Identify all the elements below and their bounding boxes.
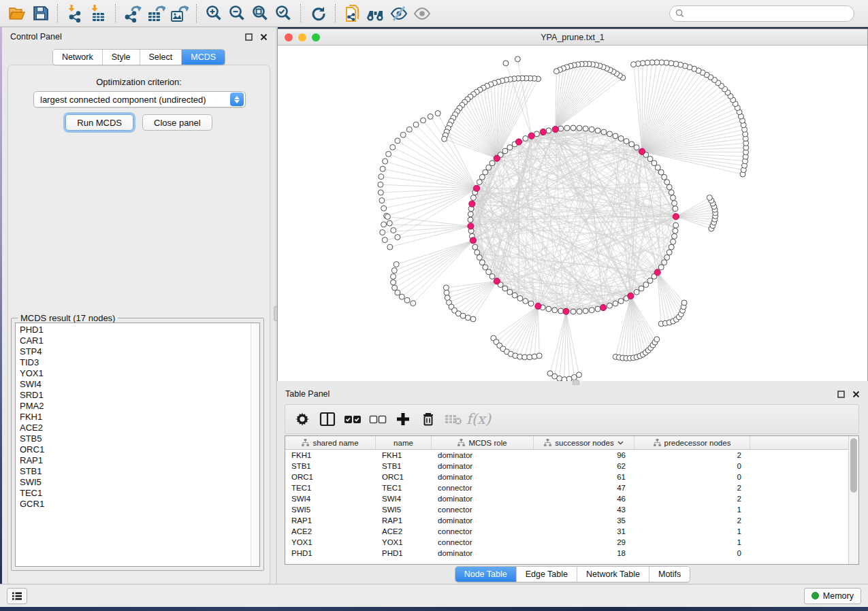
- mcds-result-item[interactable]: STP4: [20, 346, 251, 357]
- table-cell[interactable]: STB1: [376, 461, 432, 472]
- tab-motifs[interactable]: Motifs: [649, 567, 690, 582]
- table-cell[interactable]: dominator: [432, 515, 534, 526]
- mcds-list-scrollbar[interactable]: [251, 323, 259, 566]
- zoom-fit-icon[interactable]: [248, 3, 272, 24]
- mcds-result-item[interactable]: TID3: [20, 357, 251, 368]
- mcds-result-item[interactable]: SRD1: [20, 390, 251, 401]
- show-panel-menu-button[interactable]: [7, 588, 27, 604]
- table-cell[interactable]: SWI5: [285, 504, 376, 515]
- table-row[interactable]: TEC1TEC1connector472: [285, 482, 848, 493]
- table-cell[interactable]: connector: [432, 504, 534, 515]
- toggle-split-view-icon[interactable]: [317, 409, 338, 429]
- import-table-icon[interactable]: [86, 3, 110, 24]
- column-header-name[interactable]: name: [376, 436, 432, 449]
- save-session-icon[interactable]: [29, 3, 52, 24]
- table-cell[interactable]: 1: [634, 526, 750, 537]
- table-cell[interactable]: 43: [534, 504, 634, 515]
- table-cell[interactable]: 2: [634, 515, 750, 526]
- tab-select[interactable]: Select: [140, 50, 182, 65]
- close-panel-icon[interactable]: [852, 390, 860, 398]
- table-cell[interactable]: connector: [432, 526, 534, 537]
- table-cell[interactable]: YOX1: [376, 537, 432, 548]
- export-table-icon[interactable]: [144, 3, 167, 24]
- tab-mcds[interactable]: MCDS: [182, 50, 225, 65]
- mcds-result-item[interactable]: ACE2: [20, 423, 251, 433]
- mcds-result-item[interactable]: RAP1: [20, 455, 251, 466]
- table-cell[interactable]: 96: [534, 450, 634, 461]
- table-cell[interactable]: ACE2: [285, 526, 376, 537]
- column-header-successor-nodes[interactable]: successor nodes: [534, 436, 634, 449]
- mcds-result-item[interactable]: YOX1: [20, 368, 251, 379]
- table-cell[interactable]: connector: [432, 482, 534, 493]
- tab-network[interactable]: Network: [53, 50, 103, 65]
- table-row[interactable]: YOX1YOX1connector291: [285, 537, 848, 548]
- mcds-result-item[interactable]: STB5: [20, 433, 251, 444]
- table-cell[interactable]: dominator: [432, 450, 534, 461]
- table-cell[interactable]: 35: [534, 515, 634, 526]
- table-cell[interactable]: ORC1: [376, 472, 432, 482]
- table-cell[interactable]: ORC1: [285, 472, 376, 482]
- table-cell[interactable]: 62: [534, 461, 634, 472]
- table-cell[interactable]: FKH1: [285, 450, 376, 461]
- delete-columns-icon[interactable]: [418, 409, 438, 429]
- table-cell[interactable]: 2: [634, 482, 750, 493]
- close-panel-icon[interactable]: [259, 33, 268, 41]
- export-image-icon[interactable]: [167, 3, 191, 24]
- tab-node-table[interactable]: Node Table: [455, 567, 517, 582]
- column-header-mcds-role[interactable]: MCDS role: [432, 436, 534, 449]
- table-row[interactable]: SWI4SWI4dominator462: [285, 493, 848, 504]
- table-cell[interactable]: 61: [534, 472, 634, 482]
- mcds-result-item[interactable]: FKH1: [20, 412, 251, 423]
- mcds-result-item[interactable]: TEC1: [20, 488, 251, 499]
- close-panel-button[interactable]: Close panel: [142, 114, 212, 131]
- deselect-all-columns-icon[interactable]: [368, 409, 388, 429]
- mcds-result-item[interactable]: PMA2: [20, 401, 251, 412]
- mcds-result-item[interactable]: CAR1: [20, 335, 251, 346]
- table-row[interactable]: FKH1FKH1dominator962: [285, 450, 848, 461]
- memory-button[interactable]: Memory: [804, 588, 861, 604]
- table-cell[interactable]: ACE2: [376, 526, 432, 537]
- zoom-in-icon[interactable]: [202, 3, 225, 24]
- table-cell[interactable]: dominator: [432, 461, 534, 472]
- network-window-titlebar[interactable]: YPA_prune.txt_1: [278, 29, 867, 46]
- tab-network-table[interactable]: Network Table: [577, 567, 649, 582]
- table-cell[interactable]: 29: [534, 537, 634, 548]
- run-mcds-button[interactable]: Run MCDS: [65, 114, 133, 131]
- optimization-criterion-select[interactable]: largest connected component (undirected): [33, 91, 246, 108]
- table-cell[interactable]: dominator: [432, 548, 534, 559]
- select-all-columns-icon[interactable]: [342, 409, 363, 429]
- mcds-result-item[interactable]: GCR1: [20, 499, 251, 510]
- table-cell[interactable]: 1: [634, 537, 750, 548]
- table-cell[interactable]: RAP1: [285, 515, 376, 526]
- export-network-icon[interactable]: [121, 3, 144, 24]
- table-cell[interactable]: SWI4: [376, 493, 432, 504]
- table-cell[interactable]: 47: [534, 482, 634, 493]
- table-cell[interactable]: dominator: [432, 472, 534, 482]
- hide-selected-icon[interactable]: [387, 3, 411, 24]
- search-input[interactable]: [688, 9, 848, 18]
- table-cell[interactable]: 0: [634, 461, 750, 472]
- table-cell[interactable]: TEC1: [285, 482, 376, 493]
- tab-edge-table[interactable]: Edge Table: [517, 567, 577, 582]
- scrollbar-thumb[interactable]: [850, 438, 857, 493]
- table-cell[interactable]: connector: [432, 537, 534, 548]
- table-row[interactable]: ORC1ORC1dominator610: [285, 472, 848, 482]
- table-row[interactable]: RAP1RAP1dominator352: [285, 515, 848, 526]
- table-cell[interactable]: SWI4: [285, 493, 376, 504]
- column-header-shared-name[interactable]: shared name: [285, 436, 376, 449]
- table-scrollbar[interactable]: [848, 436, 858, 564]
- table-cell[interactable]: TEC1: [376, 482, 432, 493]
- table-row[interactable]: PHD1PHD1dominator180: [285, 548, 848, 559]
- table-cell[interactable]: 31: [534, 526, 634, 537]
- table-cell[interactable]: STB1: [285, 461, 376, 472]
- mcds-result-item[interactable]: SWI5: [20, 477, 251, 488]
- column-header-predecessor-nodes[interactable]: predecessor nodes: [634, 436, 750, 449]
- new-network-from-selection-icon[interactable]: [341, 3, 364, 24]
- create-new-column-icon[interactable]: [393, 409, 413, 429]
- table-cell[interactable]: dominator: [432, 493, 534, 504]
- first-neighbors-icon[interactable]: [364, 3, 387, 24]
- table-cell[interactable]: PHD1: [285, 548, 376, 559]
- table-cell[interactable]: PHD1: [376, 548, 432, 559]
- open-file-icon[interactable]: [5, 3, 29, 24]
- refresh-view-icon[interactable]: [306, 3, 329, 24]
